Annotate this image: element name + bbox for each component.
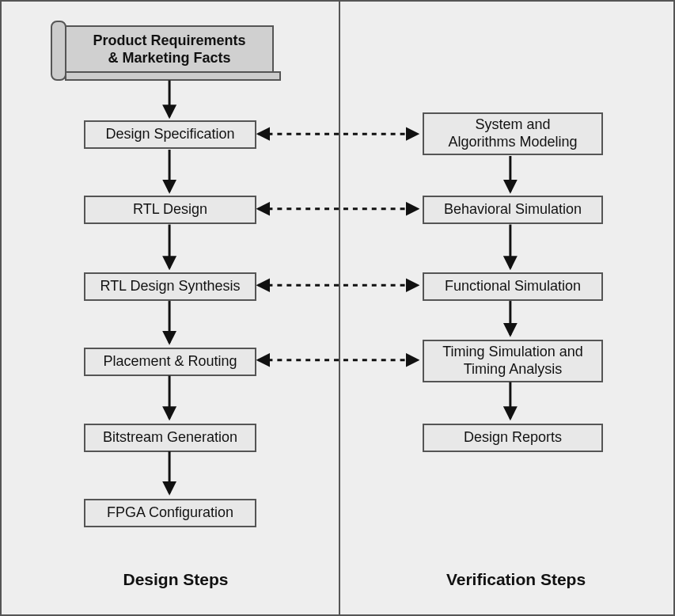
- scroll-left-cap: [51, 21, 66, 81]
- box-rtl-design: RTL Design: [84, 196, 256, 224]
- box-product-requirements: Product Requirements & Marketing Facts: [65, 25, 274, 74]
- box-rtl-design-synthesis: RTL Design Synthesis: [84, 272, 256, 301]
- label-verification-steps: Verification Steps: [437, 570, 595, 589]
- box-design-reports: Design Reports: [423, 424, 603, 452]
- box-bitstream-generation: Bitstream Generation: [84, 424, 256, 452]
- box-design-specification: Design Specification: [84, 120, 256, 149]
- vertical-divider: [339, 2, 340, 614]
- box-system-algorithms-modeling: System and Algorithms Modeling: [423, 112, 603, 155]
- label-design-steps: Design Steps: [112, 570, 239, 589]
- box-behavioral-simulation: Behavioral Simulation: [423, 196, 603, 224]
- diagram-canvas: Product Requirements & Marketing Facts D…: [0, 0, 675, 616]
- box-functional-simulation: Functional Simulation: [423, 272, 603, 301]
- scroll-bottom-bar: [65, 71, 281, 81]
- box-placement-routing: Placement & Routing: [84, 348, 256, 376]
- box-timing-simulation-analysis: Timing Simulation and Timing Analysis: [423, 340, 603, 382]
- box-fpga-configuration: FPGA Configuration: [84, 499, 256, 527]
